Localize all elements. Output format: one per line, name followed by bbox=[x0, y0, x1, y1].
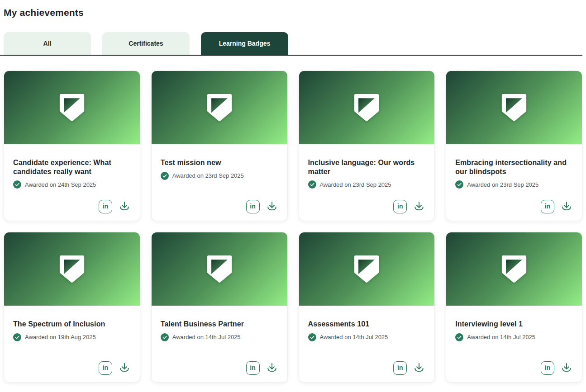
download-icon bbox=[118, 200, 131, 213]
badge-title: Assessments 101 bbox=[308, 320, 426, 329]
badge-card-body: Test mission new Awarded on 23rd Sep 202… bbox=[152, 144, 287, 221]
share-linkedin-button[interactable]: in bbox=[246, 361, 260, 375]
badge-card[interactable]: Talent Business Partner Awarded on 14th … bbox=[151, 232, 288, 383]
tab-all[interactable]: All bbox=[4, 32, 91, 55]
card-actions: in bbox=[246, 200, 278, 213]
awarded-date: Awarded on 23rd Sep 2025 bbox=[467, 181, 538, 188]
share-linkedin-button[interactable]: in bbox=[99, 361, 112, 375]
badge-banner bbox=[152, 71, 287, 144]
awarded-row: Awarded on 23rd Sep 2025 bbox=[455, 180, 573, 189]
badge-card[interactable]: Assessments 101 Awarded on 14th Jul 2025… bbox=[299, 232, 435, 383]
download-button[interactable] bbox=[118, 200, 131, 213]
awarded-row: Awarded on 14th Jul 2025 bbox=[161, 333, 278, 341]
achievements-page: My achievements All Certificates Learnin… bbox=[0, 7, 586, 383]
shield-badge-icon bbox=[58, 93, 86, 123]
shield-badge-icon bbox=[205, 254, 233, 284]
share-linkedin-button[interactable]: in bbox=[393, 361, 407, 375]
download-icon bbox=[560, 362, 573, 374]
badge-card[interactable]: The Spectrum of Inclusion Awarded on 19t… bbox=[4, 232, 140, 383]
download-icon bbox=[266, 200, 278, 213]
download-icon bbox=[413, 200, 425, 213]
share-linkedin-button[interactable]: in bbox=[246, 200, 260, 213]
badge-title: The Spectrum of Inclusion bbox=[13, 320, 131, 329]
badge-card-body: Talent Business Partner Awarded on 14th … bbox=[152, 306, 287, 382]
tabs-underline bbox=[0, 55, 582, 56]
check-icon bbox=[161, 333, 169, 341]
badge-title: Inclusive language: Our words matter bbox=[308, 158, 426, 176]
badge-title: Embracing intersectionality and our blin… bbox=[455, 158, 573, 176]
awarded-row: Awarded on 14th Jul 2025 bbox=[455, 333, 573, 341]
tab-learning-badges[interactable]: Learning Badges bbox=[201, 32, 288, 55]
download-button[interactable] bbox=[560, 362, 573, 374]
badge-card-body: Candidate experience: What candidates re… bbox=[4, 144, 140, 221]
check-icon bbox=[308, 180, 316, 189]
share-linkedin-button[interactable]: in bbox=[541, 200, 554, 213]
shield-badge-icon bbox=[353, 93, 381, 123]
badge-card[interactable]: Interviewing level 1 Awarded on 14th Jul… bbox=[446, 232, 582, 383]
download-button[interactable] bbox=[413, 200, 425, 213]
awarded-date: Awarded on 23rd Sep 2025 bbox=[172, 172, 244, 179]
awarded-row: Awarded on 14th Jul 2025 bbox=[308, 333, 426, 341]
badge-banner bbox=[446, 71, 582, 144]
linkedin-icon: in bbox=[545, 203, 550, 209]
check-icon bbox=[308, 333, 316, 341]
shield-badge-icon bbox=[205, 93, 233, 123]
badge-card[interactable]: Candidate experience: What candidates re… bbox=[4, 71, 140, 221]
awarded-date: Awarded on 24th Sep 2025 bbox=[25, 181, 96, 188]
badge-banner bbox=[152, 232, 287, 306]
badge-title: Interviewing level 1 bbox=[455, 320, 573, 329]
check-icon bbox=[161, 172, 169, 180]
check-icon bbox=[455, 333, 463, 341]
download-button[interactable] bbox=[413, 362, 425, 374]
badge-card[interactable]: Embracing intersectionality and our blin… bbox=[446, 71, 582, 221]
badge-banner bbox=[299, 232, 435, 306]
badge-banner bbox=[4, 232, 140, 306]
check-icon bbox=[13, 180, 21, 189]
badge-card-body: Embracing intersectionality and our blin… bbox=[446, 144, 582, 221]
download-button[interactable] bbox=[118, 362, 131, 374]
share-linkedin-button[interactable]: in bbox=[541, 361, 554, 375]
awarded-date: Awarded on 23rd Sep 2025 bbox=[320, 181, 391, 188]
awarded-date: Awarded on 14th Jul 2025 bbox=[320, 334, 388, 340]
card-actions: in bbox=[99, 361, 131, 375]
tab-certificates[interactable]: Certificates bbox=[102, 32, 190, 55]
badge-card-body: Interviewing level 1 Awarded on 14th Jul… bbox=[446, 306, 582, 382]
check-icon bbox=[13, 333, 21, 341]
download-icon bbox=[413, 362, 425, 374]
tabs-bar: All Certificates Learning Badges bbox=[4, 32, 582, 55]
card-actions: in bbox=[393, 200, 425, 213]
download-icon bbox=[118, 362, 131, 374]
badge-card[interactable]: Inclusive language: Our words matter Awa… bbox=[299, 71, 435, 221]
download-button[interactable] bbox=[266, 362, 278, 374]
download-button[interactable] bbox=[266, 200, 278, 213]
linkedin-icon: in bbox=[397, 364, 403, 371]
linkedin-icon: in bbox=[103, 203, 108, 209]
shield-badge-icon bbox=[500, 254, 528, 284]
badge-title: Candidate experience: What candidates re… bbox=[13, 158, 131, 176]
share-linkedin-button[interactable]: in bbox=[393, 200, 407, 213]
download-button[interactable] bbox=[560, 200, 573, 213]
linkedin-icon: in bbox=[250, 203, 255, 209]
page-title: My achievements bbox=[4, 7, 582, 18]
shield-badge-icon bbox=[353, 254, 381, 284]
badge-card-body: The Spectrum of Inclusion Awarded on 19t… bbox=[4, 306, 140, 382]
awarded-date: Awarded on 14th Jul 2025 bbox=[467, 334, 535, 340]
shield-badge-icon bbox=[58, 254, 86, 284]
linkedin-icon: in bbox=[250, 364, 255, 371]
badge-banner bbox=[299, 71, 435, 144]
badge-card-body: Inclusive language: Our words matter Awa… bbox=[299, 144, 435, 221]
download-icon bbox=[266, 362, 278, 374]
awarded-date: Awarded on 14th Jul 2025 bbox=[172, 334, 241, 340]
download-icon bbox=[560, 200, 573, 213]
awarded-row: Awarded on 23rd Sep 2025 bbox=[308, 180, 426, 189]
card-actions: in bbox=[246, 361, 278, 375]
share-linkedin-button[interactable]: in bbox=[99, 200, 112, 213]
awarded-row: Awarded on 24th Sep 2025 bbox=[13, 180, 131, 189]
badge-title: Talent Business Partner bbox=[161, 320, 278, 329]
card-actions: in bbox=[393, 361, 425, 375]
badge-banner bbox=[4, 71, 140, 144]
badge-card[interactable]: Test mission new Awarded on 23rd Sep 202… bbox=[151, 71, 288, 221]
awarded-date: Awarded on 19th Aug 2025 bbox=[25, 334, 96, 340]
badge-title: Test mission new bbox=[161, 158, 278, 167]
awarded-row: Awarded on 19th Aug 2025 bbox=[13, 333, 131, 341]
